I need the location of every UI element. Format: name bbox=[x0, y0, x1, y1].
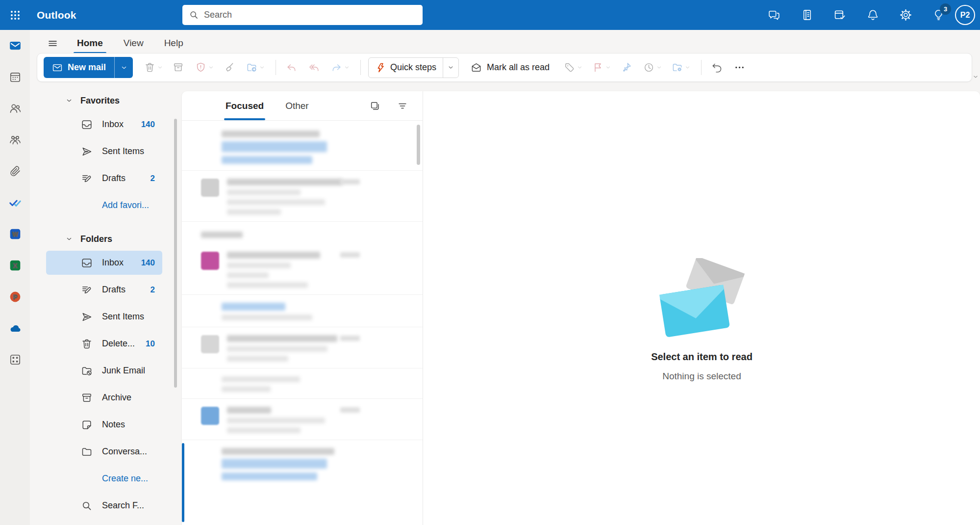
rail-item-excel[interactable]: X bbox=[0, 250, 30, 281]
snooze-button-dropdown[interactable] bbox=[656, 64, 664, 71]
folder-item-drafts[interactable]: Drafts2 bbox=[46, 166, 162, 190]
quick-steps-dropdown-button[interactable] bbox=[443, 58, 458, 78]
chevron-sm-icon bbox=[447, 64, 454, 71]
message-row[interactable] bbox=[182, 295, 423, 327]
delete-button-dropdown[interactable] bbox=[157, 64, 165, 71]
flag-button[interactable] bbox=[588, 57, 607, 78]
filter-icon bbox=[397, 101, 408, 111]
folder-item-notes[interactable]: Notes bbox=[46, 413, 162, 437]
folder-pane-scrollbar[interactable] bbox=[174, 119, 177, 388]
flag-button-dropdown[interactable] bbox=[605, 64, 613, 71]
new-mail-button[interactable]: New mail bbox=[44, 57, 114, 78]
report-button-dropdown[interactable] bbox=[208, 64, 216, 71]
folder-item-sent-items[interactable]: Sent Items bbox=[46, 305, 162, 329]
rail-item-calendar[interactable] bbox=[0, 61, 30, 93]
categorize-button[interactable] bbox=[559, 57, 579, 78]
undo-button[interactable] bbox=[707, 57, 727, 78]
svg-text:W: W bbox=[12, 231, 18, 238]
tab-other[interactable]: Other bbox=[280, 91, 314, 120]
tab-view[interactable]: View bbox=[113, 30, 154, 56]
archive-button[interactable] bbox=[168, 57, 188, 78]
message-row[interactable] bbox=[182, 368, 423, 399]
folder-item-inbox[interactable]: Inbox140 bbox=[46, 251, 162, 275]
folder-link-add-favori[interactable]: Add favori... bbox=[46, 193, 162, 217]
section-header-folders[interactable]: Folders bbox=[30, 227, 179, 251]
rail-item-powerpoint[interactable]: P bbox=[0, 281, 30, 313]
my-day-button[interactable] bbox=[829, 4, 851, 26]
tab-focused[interactable]: Focused bbox=[220, 91, 269, 120]
account-avatar[interactable]: P2 bbox=[955, 5, 975, 25]
tab-help[interactable]: Help bbox=[154, 30, 194, 56]
folder-item-sent-items[interactable]: Sent Items bbox=[46, 139, 162, 163]
reply-icon bbox=[286, 62, 297, 73]
search-input[interactable] bbox=[204, 10, 416, 20]
inbox-icon bbox=[81, 257, 93, 269]
rules-button-dropdown[interactable] bbox=[684, 64, 692, 71]
new-mail-dropdown-button[interactable] bbox=[114, 57, 133, 78]
redacted-text bbox=[227, 335, 337, 342]
notifications-button[interactable] bbox=[861, 4, 884, 26]
mark-all-as-read-button[interactable]: Mark all as read bbox=[464, 57, 556, 78]
folder-item-junk-email[interactable]: Junk Email bbox=[46, 359, 162, 383]
move-to-button-dropdown[interactable] bbox=[259, 64, 267, 71]
rail-item-onedrive[interactable] bbox=[0, 313, 30, 344]
categorize-button-dropdown[interactable] bbox=[577, 64, 584, 71]
pin-button[interactable] bbox=[616, 57, 636, 78]
report-button[interactable] bbox=[191, 57, 210, 78]
select-all-button[interactable] bbox=[368, 99, 382, 113]
search-bar[interactable] bbox=[182, 5, 423, 25]
delete-button[interactable] bbox=[140, 57, 159, 78]
rail-item-to-do[interactable] bbox=[0, 187, 30, 218]
folder-item-conversa[interactable]: Conversa... bbox=[46, 440, 162, 464]
ribbon-collapse-button[interactable] bbox=[972, 72, 979, 81]
folder-item-archive[interactable]: Archive bbox=[46, 386, 162, 410]
forward-button-dropdown[interactable] bbox=[344, 64, 352, 71]
search-icon bbox=[189, 10, 199, 20]
forward-button[interactable] bbox=[327, 57, 346, 78]
rail-item-files[interactable] bbox=[0, 156, 30, 187]
folder-item-delete[interactable]: Delete...10 bbox=[46, 332, 162, 356]
tab-home[interactable]: Home bbox=[67, 30, 113, 56]
message-row[interactable] bbox=[182, 244, 423, 295]
flag-icon bbox=[592, 62, 603, 73]
reply-button[interactable] bbox=[281, 57, 301, 78]
message-row[interactable] bbox=[182, 327, 423, 368]
folder-item-search-f[interactable]: Search F... bbox=[46, 494, 162, 518]
more-options-button[interactable] bbox=[729, 57, 749, 78]
rail-item-more-apps[interactable] bbox=[0, 344, 30, 375]
app-launcher-button[interactable] bbox=[0, 0, 30, 30]
rules-button[interactable] bbox=[667, 57, 687, 78]
settings-button[interactable] bbox=[894, 4, 917, 26]
message-row[interactable] bbox=[182, 399, 423, 440]
folder-link-create-ne[interactable]: Create ne... bbox=[46, 467, 162, 491]
reply-all-button[interactable] bbox=[304, 57, 324, 78]
collapse-folder-pane-button[interactable] bbox=[43, 33, 62, 53]
sender-avatar bbox=[201, 252, 219, 270]
move-to-button[interactable] bbox=[242, 57, 261, 78]
rail-item-mail[interactable] bbox=[0, 30, 30, 61]
onenote-feed-button[interactable] bbox=[796, 4, 818, 26]
rail-item-people[interactable] bbox=[0, 93, 30, 124]
folder-item-label: Drafts bbox=[102, 285, 126, 295]
tips-button[interactable]: 3 bbox=[927, 4, 950, 26]
tab-label: Home bbox=[77, 38, 103, 49]
folder-item-drafts[interactable]: Drafts2 bbox=[46, 278, 162, 302]
filter-button[interactable] bbox=[395, 99, 410, 113]
folder-arrow-icon bbox=[246, 62, 257, 73]
message-row[interactable] bbox=[182, 171, 423, 222]
folder-item-inbox[interactable]: Inbox140 bbox=[46, 112, 162, 136]
sweep-button[interactable] bbox=[219, 57, 239, 78]
redacted-text bbox=[227, 189, 301, 195]
redacted-text bbox=[227, 427, 301, 433]
message-row[interactable] bbox=[182, 440, 423, 525]
teams-chat-button[interactable] bbox=[763, 4, 785, 26]
message-list-scrollbar[interactable] bbox=[417, 125, 420, 165]
rail-item-word[interactable]: W bbox=[0, 218, 30, 250]
rail-item-groups[interactable] bbox=[0, 124, 30, 156]
section-header-favorites[interactable]: Favorites bbox=[30, 89, 179, 112]
undo-icon bbox=[711, 62, 723, 73]
message-row[interactable] bbox=[182, 123, 423, 171]
list-tab-label: Focused bbox=[226, 101, 264, 111]
quick-steps-button-main[interactable]: Quick steps bbox=[369, 58, 443, 78]
snooze-button[interactable] bbox=[639, 57, 658, 78]
